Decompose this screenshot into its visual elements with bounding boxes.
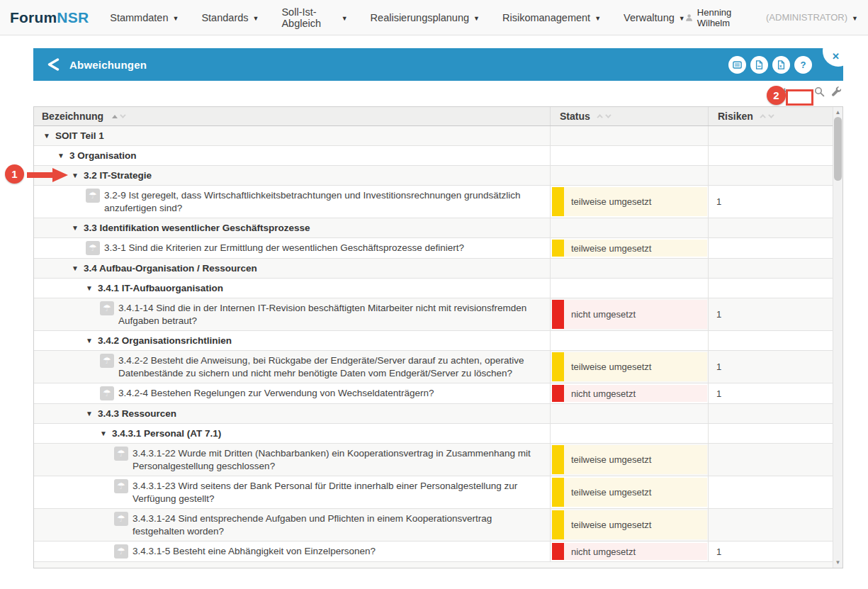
page: { "nav": { "logo": { "part1": "Forum", "… xyxy=(0,0,868,589)
table-row-partial xyxy=(34,562,833,568)
excel-export-icon[interactable]: x xyxy=(772,56,790,74)
toolbar-area: + − xyxy=(33,81,843,106)
status-color-square xyxy=(552,543,564,560)
status-badge: teilweise umgesetzt xyxy=(552,240,707,257)
caret-down-icon[interactable]: ▼ xyxy=(86,337,93,344)
panel-header: Abweichungen x ? ✕ xyxy=(33,48,843,81)
nav-menu-item-3[interactable]: Realisierungsplanung ▼ xyxy=(371,12,480,23)
umbrella-icon: ☂ xyxy=(100,386,114,400)
nav-menu-item-label: Stammdaten xyxy=(110,12,168,23)
annotation-step-2: 2 xyxy=(767,86,786,105)
logo-part-2: NSR xyxy=(57,9,89,26)
table-row: ☂ 3.4.2-2 Besteht die Anweisung, bei Rüc… xyxy=(34,351,833,383)
row-label: 3.4 Aufbau-Organisation / Ressourcen xyxy=(84,263,257,274)
caret-down-icon[interactable]: ▼ xyxy=(72,172,79,179)
row-label: 3.3 Identifikation wesentlicher Geschäft… xyxy=(84,223,310,233)
nav-menu-item-label: Risikomanagement xyxy=(502,12,590,23)
status-badge: nicht umgesetzt xyxy=(552,300,707,329)
umbrella-icon: ☂ xyxy=(114,479,128,493)
table-row: ▼ 3.2 IT-Strategie xyxy=(34,166,833,186)
chevron-down-icon: ▼ xyxy=(679,15,685,22)
risk-count: 1 xyxy=(716,546,721,557)
close-icon[interactable]: ✕ xyxy=(823,35,854,67)
status-color-square xyxy=(552,385,564,402)
status-color-square xyxy=(552,352,564,381)
sort-desc-icon xyxy=(605,112,611,118)
caret-down-icon[interactable]: ▼ xyxy=(43,132,50,140)
caret-down-icon[interactable]: ▼ xyxy=(72,264,79,272)
column-header-status[interactable]: Status xyxy=(550,107,708,125)
nav-menu-item-0[interactable]: Stammdaten ▼ xyxy=(110,12,179,23)
status-color-square xyxy=(552,510,564,539)
svg-text:x: x xyxy=(779,64,782,68)
table-row: ▼ SOIT Teil 1 xyxy=(34,126,833,146)
app-logo: ForumNSR xyxy=(10,9,89,26)
user-menu[interactable]: Henning Wilhelm (ADMINISTRATOR) ▼ xyxy=(685,7,858,28)
row-label: 3.3-1 Sind die Kriterien zur Ermittlung … xyxy=(104,242,478,254)
scrollbar-thumb[interactable] xyxy=(834,117,842,181)
scroll-down-arrow-icon[interactable]: ▼ xyxy=(833,559,842,566)
row-label: 3.4.2 Organisationsrichtlinien xyxy=(98,335,232,346)
sort-asc-icon xyxy=(760,114,765,120)
table-row: ▼ 3.4.1 IT-Aufbauorganisation xyxy=(34,279,833,298)
sort-asc-icon xyxy=(112,115,118,118)
table-row: ☂ 3.4.3.1-24 Sind entsprechende Aufgaben… xyxy=(34,509,833,542)
row-label: 3.4.3 Ressourcen xyxy=(98,408,176,419)
row-label: 3.4.2-2 Besteht die Anweisung, bei Rückg… xyxy=(118,354,550,380)
status-label: teilweise umgesetzt xyxy=(564,240,707,257)
status-label: nicht umgesetzt xyxy=(564,543,707,560)
pdf-export-icon[interactable] xyxy=(750,56,768,74)
row-label: 3 Organisation xyxy=(69,150,137,161)
umbrella-icon: ☂ xyxy=(114,512,128,526)
share-icon[interactable] xyxy=(46,58,61,71)
row-label: 3.4.3.1-22 Wurde mit Dritten (Nachbarban… xyxy=(133,447,550,473)
chevron-down-icon: ▼ xyxy=(173,15,179,22)
chevron-down-icon: ▼ xyxy=(253,15,259,22)
column-header-risiken[interactable]: Risiken xyxy=(708,107,833,125)
row-label: 3.4.1 IT-Aufbauorganisation xyxy=(98,283,223,293)
nav-menu-item-5[interactable]: Verwaltung ▼ xyxy=(624,12,685,23)
nav-menu-item-4[interactable]: Risikomanagement ▼ xyxy=(502,12,601,23)
column-header-bezeichnung[interactable]: Bezeichnung xyxy=(34,107,550,125)
nav-menu-item-1[interactable]: Standards ▼ xyxy=(201,12,259,23)
caret-down-icon[interactable]: ▼ xyxy=(57,152,64,159)
status-color-square xyxy=(552,240,564,257)
nav-menu-item-label: Standards xyxy=(201,12,248,23)
user-name: Henning Wilhelm xyxy=(697,7,762,28)
umbrella-icon: ☂ xyxy=(86,241,100,255)
nav-menu-item-label: Verwaltung xyxy=(624,12,675,23)
scroll-up-arrow-icon[interactable]: ▲ xyxy=(833,109,842,116)
report-icon[interactable] xyxy=(728,56,746,74)
chevron-down-icon: ▼ xyxy=(342,15,348,22)
status-label: teilweise umgesetzt xyxy=(564,510,707,539)
risk-count: 1 xyxy=(716,309,721,320)
wrench-icon[interactable] xyxy=(831,86,842,97)
caret-down-icon[interactable]: ▼ xyxy=(86,410,93,417)
table-body: ▼ SOIT Teil 1 ▼ 3 Organisation ▼ 3.2 IT-… xyxy=(34,126,833,562)
umbrella-icon: ☂ xyxy=(86,189,100,203)
caret-down-icon[interactable]: ▼ xyxy=(100,430,107,437)
vertical-scrollbar[interactable]: ▲ ▼ xyxy=(833,107,842,568)
status-color-square xyxy=(552,445,564,474)
status-badge: teilweise umgesetzt xyxy=(552,478,707,507)
status-color-square xyxy=(552,187,564,216)
table-row: ☂ 3.3-1 Sind die Kriterien zur Ermittlun… xyxy=(34,238,833,259)
chevron-down-icon: ▼ xyxy=(594,15,601,22)
logo-part-1: Forum xyxy=(10,9,57,26)
nav-menu-item-2[interactable]: Soll-Ist-Abgleich ▼ xyxy=(281,6,347,29)
caret-down-icon[interactable]: ▼ xyxy=(86,284,93,292)
chevron-down-icon: ▼ xyxy=(473,15,480,22)
user-role: (ADMINISTRATOR) xyxy=(766,12,847,23)
row-label: 3.4.2-4 Bestehen Regelungen zur Verwendu… xyxy=(118,387,449,400)
table-row: ▼ 3.4.2 Organisationsrichtlinien xyxy=(34,331,833,351)
search-icon[interactable] xyxy=(814,86,825,97)
sort-icons xyxy=(599,114,609,118)
caret-down-icon[interactable]: ▼ xyxy=(72,224,79,232)
annotation-arrow-icon xyxy=(26,167,69,186)
table-row: ☂ 3.4.3.1-5 Besteht eine Abhängigkeit vo… xyxy=(34,542,833,562)
status-badge: teilweise umgesetzt xyxy=(552,187,707,216)
sort-icons xyxy=(762,114,772,118)
help-icon[interactable]: ? xyxy=(794,56,812,74)
table-row: ▼ 3.3 Identifikation wesentlicher Geschä… xyxy=(34,218,833,238)
sort-desc-icon xyxy=(120,112,125,118)
